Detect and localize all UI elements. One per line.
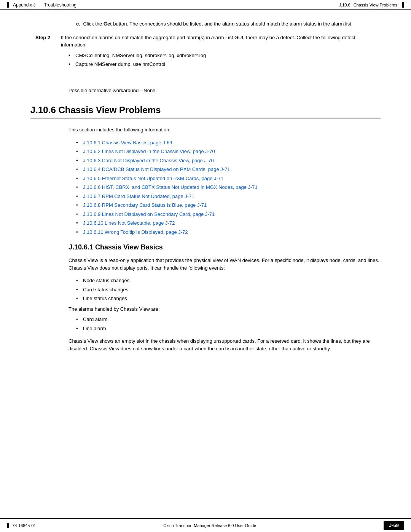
toc-link[interactable]: J.10.6.10 Lines Not Selectable, page J-7…: [83, 220, 175, 226]
header-bar: Appendix J Troubleshooting J.10.6 Chassi…: [0, 0, 411, 10]
step2-text: If the connection alarms do not match th…: [61, 35, 355, 48]
alarms-intro: The alarms handled by Chassis View are:: [68, 305, 381, 313]
toc-link[interactable]: J.10.6.8 RPM Secondary Card Status Is Bl…: [83, 202, 207, 208]
list-item[interactable]: J.10.6.5 Ethernet Status Not Updated on …: [76, 175, 381, 182]
alt-workaround: Possible alternative workaround—None.: [68, 87, 381, 94]
step2-content: If the connection alarms do not match th…: [61, 34, 381, 71]
breadcrumb-separator: [38, 2, 41, 8]
footer-left-icon: [7, 523, 9, 528]
footer-bar: 78-16845-01 Cisco Transport Manager Rele…: [0, 518, 411, 532]
footer-center-text: Cisco Transport Manager Release 6.0 User…: [163, 523, 256, 528]
events-bullet-list: Node status changes Card status changes …: [76, 277, 381, 302]
toc-link[interactable]: J.10.6.3 Card Not Displayed in the Chass…: [83, 158, 214, 163]
footer-doc-number: 78-16845-01: [12, 523, 36, 528]
step-c-block: c. Click the Get button. The connections…: [76, 20, 381, 28]
main-content: c. Click the Get button. The connections…: [0, 10, 411, 383]
step-c-label: c.: [76, 21, 80, 27]
step2-bullet-list: CMSCclient.log, NMServer.log, sdbroker*.…: [68, 52, 381, 68]
list-item: Capture NMServer dump, use nmControl: [68, 61, 381, 68]
list-item: Card alarm: [76, 316, 381, 323]
list-item: Line alarm: [76, 325, 381, 332]
step-c-text2: button. The connections should be listed…: [112, 21, 353, 27]
toc-link[interactable]: J.10.6.5 Ethernet Status Not Updated on …: [83, 176, 223, 181]
list-item[interactable]: J.10.6.7 RPM Card Status Not Updated, pa…: [76, 193, 381, 200]
alarms-bullet-list: Card alarm Line alarm: [76, 316, 381, 332]
footer-page-label: J-69: [384, 521, 404, 530]
toc-link[interactable]: J.10.6.2 Lines Not Displayed in the Chas…: [83, 149, 215, 154]
step2-block: Step 2 If the connection alarms do not m…: [30, 34, 381, 71]
toc-list: J.10.6.1 Chassis View Basics, page J-69 …: [76, 139, 381, 236]
subsection-block: J.10.6.1 Chassis View Basics Chassis Vie…: [68, 243, 381, 352]
footer-center: Cisco Transport Manager Release 6.0 User…: [163, 523, 256, 528]
list-item: Card status changes: [76, 286, 381, 294]
step-c-text1: Click the: [83, 21, 103, 27]
step-c-bold: Get: [104, 21, 112, 27]
toc-link[interactable]: J.10.6.11 Wrong Tooltip Is Displayed, pa…: [83, 229, 188, 235]
subsection-intro: Chassis View is a read-only application …: [68, 257, 381, 272]
header-section-title: Chassis View Problems: [354, 3, 397, 7]
header-right: J.10.6 Chassis View Problems: [339, 2, 404, 8]
header-left-icon: [7, 2, 9, 8]
header-left: Appendix J Troubleshooting: [7, 2, 76, 8]
breadcrumb-appendix: Appendix J: [13, 2, 35, 8]
list-item[interactable]: J.10.6.10 Lines Not Selectable, page J-7…: [76, 219, 381, 227]
toc-link[interactable]: J.10.6.1 Chassis View Basics, page J-69: [83, 140, 172, 145]
toc-link[interactable]: J.10.6.6 HIST, CBRX, and CBTX Status Not…: [83, 184, 258, 190]
header-right-icon: [402, 2, 404, 8]
section-divider: [30, 79, 381, 79]
list-item[interactable]: J.10.6.1 Chassis View Basics, page J-69: [76, 139, 381, 147]
main-section-heading: J.10.6 Chassis View Problems: [30, 105, 381, 118]
toc-link[interactable]: J.10.6.7 RPM Card Status Not Updated, pa…: [83, 193, 194, 199]
toc-link[interactable]: J.10.6.9 Lines Not Displayed on Secondar…: [83, 211, 215, 217]
toc-link[interactable]: J.10.6.4 DCA/DCB Status Not Displayed on…: [83, 166, 230, 172]
subsection-heading: J.10.6.1 Chassis View Basics: [68, 243, 381, 251]
list-item: Line status changes: [76, 295, 381, 302]
list-item[interactable]: J.10.6.3 Card Not Displayed in the Chass…: [76, 157, 381, 165]
breadcrumb-troubleshooting: Troubleshooting: [44, 2, 76, 8]
closing-para: Chassis View shows an empty slot in the …: [68, 337, 381, 352]
list-item[interactable]: J.10.6.2 Lines Not Displayed in the Chas…: [76, 148, 381, 155]
list-item[interactable]: J.10.6.9 Lines Not Displayed on Secondar…: [76, 211, 381, 218]
list-item[interactable]: J.10.6.11 Wrong Tooltip Is Displayed, pa…: [76, 228, 381, 236]
list-item: CMSCclient.log, NMServer.log, sdbroker*.…: [68, 52, 381, 59]
footer-left: 78-16845-01: [7, 523, 36, 528]
header-section-num: J.10.6: [339, 3, 350, 7]
list-item[interactable]: J.10.6.8 RPM Secondary Card Status Is Bl…: [76, 201, 381, 209]
list-item[interactable]: J.10.6.6 HIST, CBRX, and CBTX Status Not…: [76, 184, 381, 191]
section-intro: This section includes the following info…: [68, 126, 381, 134]
list-item[interactable]: J.10.6.4 DCA/DCB Status Not Displayed on…: [76, 166, 381, 173]
step2-label: Step 2: [30, 34, 53, 71]
list-item: Node status changes: [76, 277, 381, 284]
